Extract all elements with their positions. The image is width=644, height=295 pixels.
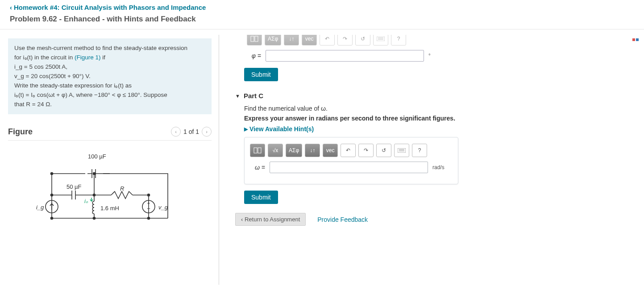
view-hints-link[interactable]: ▶ View Available Hint(s)	[244, 125, 635, 133]
subscript-icon[interactable]: ↓↑	[305, 144, 320, 157]
svg-point-7	[93, 194, 96, 196]
svg-rect-12	[251, 36, 254, 42]
keyboard-icon[interactable]	[394, 144, 409, 157]
partc-answer-box: √x ΑΣφ ↓↑ vec ↶ ↷ ↺ ? ω = rad/s	[244, 137, 458, 184]
partc-header[interactable]: ▼ Part C	[235, 92, 635, 100]
template-icon[interactable]	[250, 144, 265, 157]
partb-submit-button[interactable]: Submit	[244, 68, 278, 81]
redo-icon[interactable]: ↷	[337, 35, 353, 46]
breadcrumb-link[interactable]: ‹ Homework #4: Circuit Analysis with Pha…	[10, 4, 206, 11]
vec-button[interactable]: vec	[302, 35, 317, 46]
provide-feedback-link[interactable]: Provide Feedback	[317, 216, 368, 223]
svg-point-9	[93, 217, 96, 220]
figure-heading: Figure	[8, 127, 33, 137]
page-title: Problem 9.62 - Enhanced - with Hints and…	[0, 11, 644, 29]
partb-answer-input[interactable]	[266, 50, 424, 62]
breadcrumb-text: Homework #4: Circuit Analysis with Phaso…	[14, 4, 206, 11]
svg-point-4	[51, 173, 53, 175]
chevron-left-icon: ‹	[241, 216, 243, 223]
partb-variable: φ =	[246, 52, 261, 59]
figure-next-button[interactable]: ›	[202, 127, 212, 137]
vec-button[interactable]: vec	[323, 144, 338, 157]
help-icon[interactable]: ?	[412, 144, 427, 157]
caret-down-icon: ▼	[235, 93, 240, 99]
svg-rect-19	[398, 148, 406, 153]
svg-rect-14	[377, 37, 385, 41]
partb-unit: °	[428, 53, 431, 59]
reset-icon[interactable]: ↺	[355, 35, 370, 46]
svg-point-10	[148, 217, 150, 220]
toolbar-partb: ΑΣφ ↓↑ vec ↶ ↷ ↺ ?	[235, 35, 635, 46]
subscript-icon[interactable]: ↓↑	[284, 35, 299, 46]
figure-link[interactable]: (Figure 1)	[75, 54, 101, 61]
reset-icon[interactable]: ↺	[376, 144, 391, 157]
problem-statement: Use the mesh-current method to find the …	[8, 38, 212, 114]
partc-submit-button[interactable]: Submit	[244, 191, 278, 204]
figure-page-indicator: 1 of 1	[183, 128, 199, 135]
math-symbol-button[interactable]: ΑΣφ	[265, 35, 281, 46]
partc-format: Express your answer in radians per secon…	[244, 115, 635, 122]
svg-point-5	[93, 173, 96, 175]
partc-unit: rad/s	[432, 164, 445, 170]
return-button[interactable]: ‹ Return to Assignment	[235, 213, 306, 226]
svg-rect-18	[258, 148, 261, 153]
chevron-left-icon: ‹	[10, 4, 12, 11]
partc-variable: ω =	[250, 164, 265, 171]
svg-point-8	[148, 194, 150, 196]
svg-point-11	[51, 217, 53, 220]
figure-prev-button[interactable]: ‹	[171, 127, 181, 137]
svg-rect-13	[255, 36, 258, 42]
partc-answer-input[interactable]	[270, 162, 428, 173]
template-icon[interactable]	[247, 35, 262, 46]
svg-rect-17	[254, 148, 257, 153]
circuit-figure: + − 100 µF 50 µF R 1.6 mH	[36, 151, 183, 241]
undo-icon[interactable]: ↶	[320, 35, 335, 46]
math-symbol-button[interactable]: ΑΣφ	[286, 144, 302, 157]
redo-icon[interactable]: ↷	[358, 144, 374, 157]
sqrt-icon[interactable]: √x	[268, 144, 283, 157]
undo-icon[interactable]: ↶	[341, 144, 356, 157]
keyboard-icon[interactable]	[373, 35, 388, 46]
triangle-right-icon: ▶	[244, 126, 248, 132]
svg-point-6	[51, 194, 53, 196]
partc-instruction: Find the numerical value of ω.	[244, 105, 635, 112]
svg-text:−: −	[147, 205, 150, 212]
help-icon[interactable]: ?	[391, 35, 406, 46]
